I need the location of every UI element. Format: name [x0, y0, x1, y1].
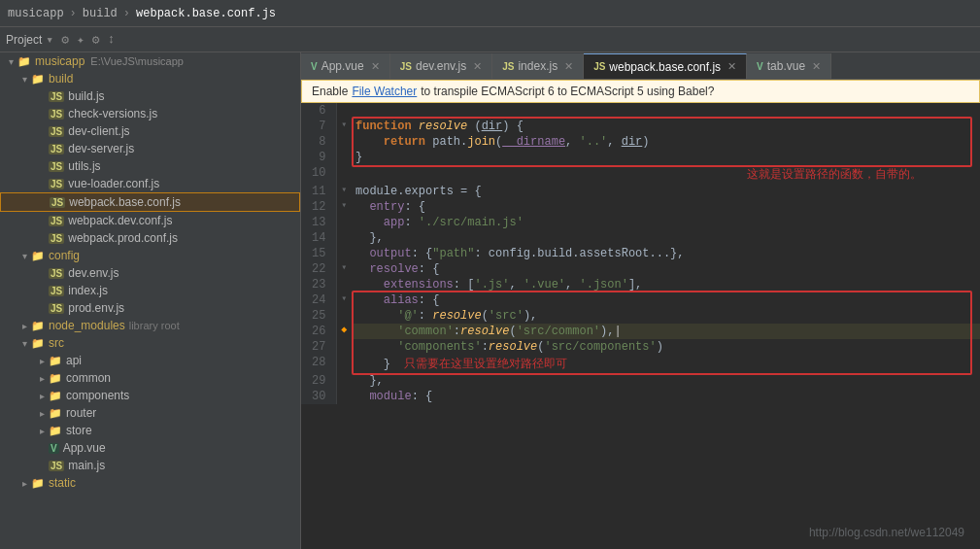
project-label: Project: [6, 33, 42, 47]
sidebar-item-musicapp[interactable]: ▾ 📁 musicapp E:\VueJS\musicapp: [0, 52, 300, 70]
sidebar: ▾ 📁 musicapp E:\VueJS\musicapp ▾ 📁 build…: [0, 52, 301, 549]
breadcrumb-musicapp[interactable]: musicapp: [8, 7, 64, 20]
sidebar-item-common[interactable]: ▸ 📁 common: [0, 369, 300, 387]
fold-col: [336, 103, 352, 119]
sidebar-vue-loader-label: vue-loader.conf.js: [68, 177, 159, 190]
sidebar-build-label: build: [49, 72, 73, 86]
sidebar-item-check-versions[interactable]: JS check-versions.js: [0, 105, 300, 122]
fold-col: ▾: [336, 184, 352, 199]
table-row: 25 '@': resolve('src'),: [301, 308, 980, 324]
tab-app-vue-label: App.vue: [321, 59, 364, 73]
line-number: 23: [301, 277, 336, 292]
tab-app-vue[interactable]: V App.vue ✕: [301, 53, 390, 79]
code-editor[interactable]: 6 7 ▾ function resolve (dir) { 8: [301, 103, 980, 549]
tab-close-icon[interactable]: ✕: [371, 60, 380, 73]
static-folder-icon: 📁: [31, 477, 45, 490]
config-expand-icon: ▾: [17, 251, 31, 261]
tab-close-icon3[interactable]: ✕: [564, 60, 573, 73]
js-file-icon12: JS: [49, 303, 64, 314]
sidebar-root-label: musicapp: [35, 54, 84, 68]
file-watcher-link[interactable]: File Watcher: [352, 85, 417, 98]
sidebar-item-build[interactable]: ▾ 📁 build: [0, 70, 300, 87]
code-line: '@': resolve('src'),: [352, 308, 980, 324]
sidebar-api-label: api: [66, 354, 82, 367]
sidebar-item-dev-client[interactable]: JS dev-client.js: [0, 122, 300, 140]
code-line: 这就是设置路径的函数，自带的。: [352, 165, 980, 184]
tab-dev-env[interactable]: JS dev.env.js ✕: [390, 53, 492, 79]
editor-area: V App.vue ✕ JS dev.env.js ✕ JS index.js …: [301, 52, 980, 549]
fold-col: ▾: [336, 261, 352, 277]
code-line: 'components':resolve('src/components'): [352, 339, 980, 355]
fold-col: [336, 355, 352, 373]
dropdown-arrow-icon[interactable]: ▾: [46, 32, 53, 48]
sidebar-item-config[interactable]: ▾ 📁 config: [0, 247, 300, 264]
fold-col: [336, 308, 352, 324]
sidebar-item-dev-server[interactable]: JS dev-server.js: [0, 140, 300, 157]
tab-tab-vue[interactable]: V tab.vue ✕: [747, 53, 831, 79]
table-row: 8 return path.join(__dirname, '..', dir): [301, 134, 980, 150]
sidebar-item-components[interactable]: ▸ 📁 components: [0, 387, 300, 404]
sidebar-item-webpack-dev[interactable]: JS webpack.dev.conf.js: [0, 212, 300, 229]
table-row: 11 ▾ module.exports = {: [301, 184, 980, 199]
tab-vue-icon: V: [311, 61, 318, 72]
sidebar-item-vue-loader[interactable]: JS vue-loader.conf.js: [0, 175, 300, 192]
infobar-text2: to transpile ECMAScript 6 to ECMAScript …: [421, 85, 714, 98]
fold-col: [336, 339, 352, 355]
sidebar-item-src[interactable]: ▾ 📁 src: [0, 334, 300, 352]
js-file-icon11: JS: [49, 286, 64, 296]
sidebar-webpack-base-label: webpack.base.conf.js: [69, 195, 181, 209]
code-table: 6 7 ▾ function resolve (dir) { 8: [301, 103, 980, 404]
sidebar-item-static[interactable]: ▸ 📁 static: [0, 474, 300, 492]
tab-index-label: index.js: [518, 59, 558, 73]
sidebar-item-app-vue[interactable]: V App.vue: [0, 439, 300, 457]
js-file-icon10: JS: [49, 268, 64, 279]
sidebar-src-label: src: [49, 336, 64, 350]
sidebar-item-utils[interactable]: JS utils.js: [0, 157, 300, 175]
tab-close-icon4[interactable]: ✕: [727, 60, 736, 73]
code-line: output: {"path": config.build.assetsRoot…: [352, 246, 980, 261]
gear-icon[interactable]: ⚙: [92, 32, 100, 48]
sidebar-item-node-modules[interactable]: ▸ 📁 node_modules library root: [0, 317, 300, 334]
line-number: 22: [301, 261, 336, 277]
tab-webpack-base[interactable]: JS webpack.base.conf.js ✕: [584, 53, 747, 79]
sidebar-item-webpack-prod[interactable]: JS webpack.prod.conf.js: [0, 229, 300, 247]
fold-col: [336, 389, 352, 404]
js-file-icon13: JS: [49, 461, 64, 471]
library-tag: library root: [129, 320, 180, 331]
js-file-icon3: JS: [49, 126, 64, 137]
sidebar-item-webpack-base[interactable]: JS webpack.base.conf.js: [0, 192, 300, 212]
tab-close-icon2[interactable]: ✕: [473, 60, 482, 73]
node-modules-folder-icon: 📁: [31, 320, 45, 332]
fold-col: [336, 246, 352, 261]
tab-index[interactable]: JS index.js ✕: [492, 53, 584, 79]
fold-col: ▾: [336, 292, 352, 308]
arrows-icon[interactable]: ↕: [108, 32, 116, 47]
breadcrumb-file[interactable]: webpack.base.conf.js: [136, 7, 276, 20]
code-line: alias: {: [352, 292, 980, 308]
breadcrumb-build[interactable]: build: [83, 7, 118, 20]
line-number: 25: [301, 308, 336, 324]
sidebar-item-index[interactable]: JS index.js: [0, 282, 300, 299]
table-row: 7 ▾ function resolve (dir) {: [301, 119, 980, 134]
sidebar-item-router[interactable]: ▸ 📁 router: [0, 404, 300, 422]
table-row: 14 },: [301, 230, 980, 246]
sidebar-item-api[interactable]: ▸ 📁 api: [0, 352, 300, 369]
watermark: http://blog.csdn.net/we112049: [809, 526, 964, 539]
tab-dev-env-label: dev.env.js: [416, 59, 466, 73]
sidebar-item-prod-env[interactable]: JS prod.env.js: [0, 299, 300, 317]
sidebar-item-store[interactable]: ▸ 📁 store: [0, 422, 300, 439]
line-number: 24: [301, 292, 336, 308]
add-icon[interactable]: ✦: [77, 32, 84, 48]
title-bar: musicapp › build › webpack.base.conf.js: [0, 0, 980, 27]
settings-icon[interactable]: ⚙: [61, 32, 69, 48]
sidebar-item-dev-env[interactable]: JS dev.env.js: [0, 264, 300, 282]
tab-js-icon3: JS: [593, 61, 605, 72]
code-line: return path.join(__dirname, '..', dir): [352, 134, 980, 150]
tab-close-icon5[interactable]: ✕: [812, 60, 821, 73]
sidebar-item-build-js[interactable]: JS build.js: [0, 87, 300, 105]
sidebar-item-main-js[interactable]: JS main.js: [0, 457, 300, 474]
project-section: Project ▾: [6, 32, 53, 48]
fold-col: [336, 373, 352, 389]
sidebar-node-modules-label: node_modules: [49, 319, 125, 332]
sidebar-prod-env-label: prod.env.js: [68, 301, 124, 315]
